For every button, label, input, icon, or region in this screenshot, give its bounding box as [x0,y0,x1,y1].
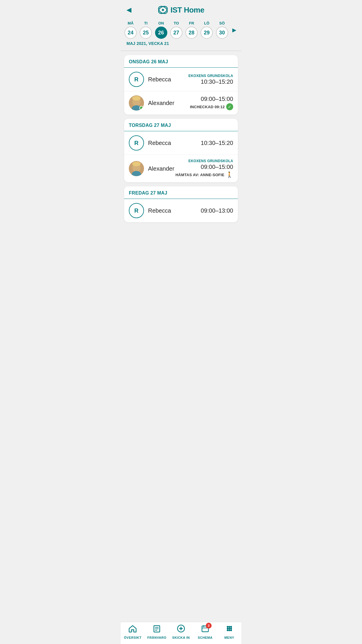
day-number: 29 [201,27,213,39]
svg-rect-11 [131,630,134,632]
nav-icon-schema: 3 [201,624,209,635]
calendar-strip: MÅ 24 TI 25 ON 26 TO 27 FR 28 LÖ 29 SÖ 3… [121,18,241,50]
plus-svg [177,624,185,633]
child-right: EKOXENS GRUNDSKOLA10:30–15:20 [189,74,233,85]
week-days: MÅ 24 TI 25 ON 26 TO 27 FR 28 LÖ 29 SÖ 3… [123,21,239,39]
day-label: MÅ [128,21,133,25]
day-card: FREDAG 27 MAJ R Rebecca 09:00–13:00 [124,186,238,222]
day-number: 28 [185,27,198,39]
day-number: 25 [140,27,152,39]
school-label: EKOXENS GRUNDSKOLA [175,159,233,163]
child-right: 10:30–15:20 [201,140,233,146]
child-row[interactable]: R Rebecca EKOXENS GRUNDSKOLA10:30–15:20 [124,68,238,91]
child-info: Rebecca [148,207,201,214]
week-label: MAJ 2021, VECKA 21 [123,39,239,49]
day-item-ti[interactable]: TI 25 [140,21,152,39]
nav-icon-franvaro [153,624,161,635]
day-label: SÖ [219,21,225,25]
time-range: 10:30–15:20 [201,140,233,146]
avatar-initial: R [129,203,144,218]
logo-text: IST Home [171,6,204,15]
day-label: FR [189,21,194,25]
day-card-header: FREDAG 27 MAJ [124,186,238,199]
avatar-initial: R [129,135,144,150]
svg-point-26 [227,628,229,629]
day-card-header: TORSDAG 27 MAJ [124,119,238,131]
child-info: Rebecca [148,76,189,83]
nav-icon-skicka-in [177,624,185,635]
svg-point-27 [229,628,230,629]
nav-label-schema: SCHEMA [198,636,212,639]
day-label: TO [174,21,179,25]
svg-point-28 [230,628,232,629]
app-header: ◀ IST Home [121,0,241,18]
day-card-title: TORSDAG 27 MAJ [129,123,171,128]
svg-point-30 [229,629,230,631]
pickup-icon: 🚶 [226,171,233,178]
day-number: 27 [170,27,182,39]
day-label: LÖ [204,21,209,25]
child-name: Alexander [148,165,174,172]
time-range: 09:00–15:00 [190,96,233,102]
child-name: Alexander [148,100,174,106]
avatar-letter: R [134,207,138,214]
avatar-initial: R [129,72,144,87]
nav-icon-oversikt [129,624,137,635]
day-item-on[interactable]: ON 26 [155,21,167,39]
avatar-letter: R [134,140,138,146]
day-card-title: FREDAG 27 MAJ [129,190,167,195]
time-range: 09:00–13:00 [201,207,233,214]
nav-item-skicka-in[interactable]: SKICKA IN [169,624,193,639]
svg-point-24 [229,626,230,628]
time-range: 09:00–15:00 [175,164,233,170]
child-name: Rebecca [148,207,171,214]
child-row[interactable]: Alexander EKOXENS GRUNDSKOLA09:00–15:00 … [124,155,238,182]
child-info: Alexander [148,100,190,106]
day-item-sö[interactable]: SÖ 30 [216,21,228,39]
child-row[interactable]: Alexander 09:00–15:00 INCHECKAD 09:12 ✓ [124,91,238,115]
nav-item-meny[interactable]: MENY [217,624,241,639]
next-week-arrow[interactable]: ▶ [231,27,238,33]
checkin-text: INCHECKAD 09:12 [190,105,225,109]
main-content: ONSDAG 26 MAJ R Rebecca EKOXENS GRUNDSKO… [121,51,241,251]
nav-item-schema[interactable]: 3 SCHEMA [193,624,217,639]
avatar-letter: R [134,76,138,83]
pickup-badge: HÄMTAS AV: ANNE-SOFIE 🚶 [175,171,233,178]
svg-point-31 [230,629,232,631]
nav-label-skicka-in: SKICKA IN [172,636,190,639]
nav-icon-meny [225,624,233,635]
child-row[interactable]: R Rebecca 09:00–13:00 [124,199,238,222]
nav-badge: 3 [206,623,212,629]
check-icon: ✓ [226,103,233,110]
day-number: 24 [124,27,137,39]
day-item-to[interactable]: TO 27 [170,21,182,39]
svg-point-2 [162,9,164,11]
day-card: ONSDAG 26 MAJ R Rebecca EKOXENS GRUNDSKO… [124,55,238,115]
day-item-lö[interactable]: LÖ 29 [201,21,213,39]
svg-point-29 [227,629,229,631]
child-info: Rebecca [148,140,201,146]
logo-icon [158,5,168,15]
logo-area: IST Home [158,5,204,15]
day-label: TI [144,21,148,25]
nav-item-franvaro[interactable]: FRÅNVARO [145,624,169,639]
online-indicator [139,106,143,110]
time-range: 10:30–15:20 [189,78,233,85]
back-button[interactable]: ◀ [126,6,131,14]
pickup-text: HÄMTAS AV: ANNE-SOFIE [175,173,224,177]
grid-svg [225,624,233,633]
svg-point-25 [230,626,232,628]
day-item-må[interactable]: MÅ 24 [124,21,137,39]
child-right: EKOXENS GRUNDSKOLA09:00–15:00 HÄMTAS AV:… [175,159,233,178]
svg-point-23 [227,626,229,628]
day-number: 30 [216,27,228,39]
child-row[interactable]: R Rebecca 10:30–15:20 [124,131,238,155]
svg-point-9 [132,162,140,166]
day-card: TORSDAG 27 MAJ R Rebecca 10:30–15:20 [124,119,238,182]
nav-label-meny: MENY [224,636,234,639]
nav-label-oversikt: ÖVERSIKT [124,636,141,639]
list-svg [153,624,161,633]
day-item-fr[interactable]: FR 28 [185,21,198,39]
svg-point-5 [132,96,140,101]
nav-item-oversikt[interactable]: ÖVERSIKT [121,624,145,639]
